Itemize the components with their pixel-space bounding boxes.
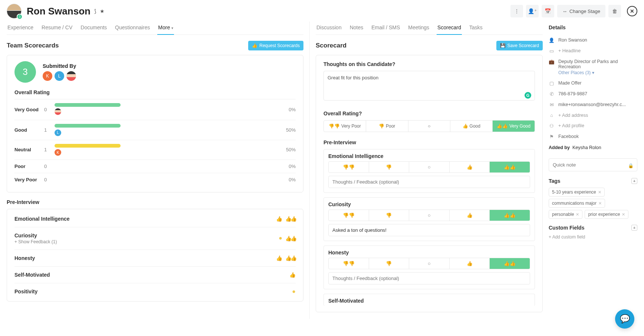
thumbs-up-icon: 👍 [463,123,468,129]
tag-chip[interactable]: personable✕ [549,210,582,219]
crit-poor[interactable]: 👎 [369,258,409,269]
tag-remove-icon[interactable]: ✕ [598,190,601,195]
rating-row-label: Very Poor [14,177,44,182]
detail-stage: Made Offer [558,80,581,86]
tag-remove-icon[interactable]: ✕ [622,212,625,217]
star-icon[interactable]: ★ [100,8,105,14]
tab-scorecard[interactable]: Scorecard [437,22,462,35]
add-address-link[interactable]: + Add address [558,113,588,118]
reviewer-avatar-l[interactable]: L [55,71,64,81]
add-tag-button[interactable]: + [631,178,637,184]
added-by-label: Added by [549,145,570,150]
address-icon: ⌂ [549,113,555,118]
detail-email[interactable]: mike+ronswanson@breezyhr.c... [558,102,626,107]
add-profile-link[interactable]: + Add profile [558,123,584,128]
rating-row-label: Very Good [14,107,44,112]
crit-very-good[interactable]: 👍👍 [489,258,530,269]
tag-chip[interactable]: communications major✕ [549,199,605,208]
save-scorecard-label: Save Scorecard [507,43,539,48]
criteria-name: Self-Motivated [324,294,535,306]
tab-documents[interactable]: Documents [80,22,108,34]
crit-very-good[interactable]: 👍👍 [489,210,530,221]
criteria-feedback-input[interactable] [328,176,530,188]
crit-neutral[interactable]: ○ [409,162,449,172]
avatar-status-badge: 3 [17,14,23,20]
reviewer-avatar-k[interactable]: K [43,71,52,81]
delete-icon[interactable]: 🗑 [608,5,621,17]
rating-neutral[interactable]: ○ [408,121,450,132]
save-scorecard-button[interactable]: 💾 Save Scorecard [496,41,543,50]
calendar-icon[interactable]: 📅 [542,5,554,17]
add-custom-field-button[interactable]: + [631,225,637,231]
tab-tasks[interactable]: Tasks [469,22,483,34]
crit-poor[interactable]: 👎 [369,162,409,172]
rating-poor[interactable]: 👎Poor [366,121,408,132]
tab-resume[interactable]: Resume / CV [41,22,73,34]
add-custom-field-link[interactable]: + Add custom field [549,234,637,240]
tab-discussion[interactable]: Discussion [316,22,342,34]
overall-rating-heading: Overall Rating [14,89,296,95]
other-places-link[interactable]: Other Places (3) ▾ [558,70,637,75]
criteria-name: Honesty [324,246,535,258]
criteria-feedback-input[interactable] [328,224,530,236]
rating-row-label: Poor [14,164,44,169]
chat-widget-button[interactable]: 💬 [615,309,634,326]
rating-very-poor[interactable]: 👎👎Very Poor [324,121,366,132]
crit-very-poor[interactable]: 👎👎 [329,162,369,172]
crit-very-poor[interactable]: 👎👎 [329,210,369,221]
crit-poor[interactable]: 👎 [369,210,409,221]
rating-row-count: 0 [44,107,55,112]
add-headline-link[interactable]: + Headline [558,48,581,53]
change-stage-button[interactable]: ↔ Change Stage [557,5,605,17]
scorecard-title: Scorecard [316,42,346,49]
criteria-name: Emotional Intelligence [324,149,535,161]
tab-meetings[interactable]: Meetings [407,22,430,34]
briefcase-icon: 💼 [549,59,555,65]
neutral-dot-icon: ● [279,235,282,241]
request-scorecards-label: Request Scorecards [259,43,300,48]
rating-row-pct: 50% [279,127,296,133]
rating-very-good[interactable]: 👍👍Very Good [492,121,535,132]
crit-very-poor[interactable]: 👎👎 [329,258,369,269]
tag-chip[interactable]: prior experience✕ [585,210,628,219]
thumbs-up-double-icon: 👍👍 [497,123,508,129]
detail-position: Deputy Director of Parks and Recreation [558,59,637,69]
close-icon[interactable]: ✕ [627,6,637,16]
lock-icon: 🔒 [628,163,634,168]
crit-good[interactable]: 👍 [449,162,490,172]
tag-remove-icon[interactable]: ✕ [576,212,579,217]
thumbs-up-icon: 👍 [276,216,282,222]
rating-good[interactable]: 👍Good [450,121,492,132]
thoughts-input[interactable] [323,71,535,101]
tab-email[interactable]: Email / SMS [371,22,401,34]
crit-good[interactable]: 👍 [449,210,490,221]
candidate-avatar[interactable]: 3 [7,4,22,19]
save-icon: 💾 [500,43,506,48]
tag-chip[interactable]: 5-10 years experience✕ [549,188,605,197]
tab-notes[interactable]: Notes [349,22,364,34]
tag-remove-icon[interactable]: ✕ [598,201,602,206]
detail-name: Ron Swanson [558,37,587,43]
crit-very-good[interactable]: 👍👍 [489,162,530,172]
thumbs-up-icon: 👍 [289,272,296,278]
crit-good[interactable]: 👍 [449,258,490,269]
add-user-icon[interactable]: 👤⁺ [526,5,539,17]
detail-phone[interactable]: 786-879-9887 [558,91,587,96]
reviewer-avatar-photo[interactable] [66,71,76,81]
detail-social[interactable]: Facebook [558,134,579,139]
criteria-feedback-input[interactable] [328,272,530,284]
quick-note-input[interactable] [549,158,637,171]
pre-interview-heading: Pre-Interview [7,199,303,205]
request-scorecards-button[interactable]: 👍 Request Scorecards [248,41,303,50]
grammarly-icon[interactable]: G [525,92,531,99]
tab-more[interactable]: More [157,22,174,35]
overall-rating-question: Overall Rating? [323,111,535,116]
more-menu-icon[interactable]: ⋮ [510,5,523,17]
tab-experience[interactable]: Experience [7,22,34,34]
rss-icon[interactable]: ⟆ [94,8,96,14]
crit-neutral[interactable]: ○ [409,210,449,221]
crit-neutral[interactable]: ○ [409,258,449,269]
chat-icon: 💬 [620,314,630,324]
tab-questionnaires[interactable]: Questionnaires [114,22,151,34]
show-feedback-link[interactable]: + Show Feedback (1) [14,239,57,244]
